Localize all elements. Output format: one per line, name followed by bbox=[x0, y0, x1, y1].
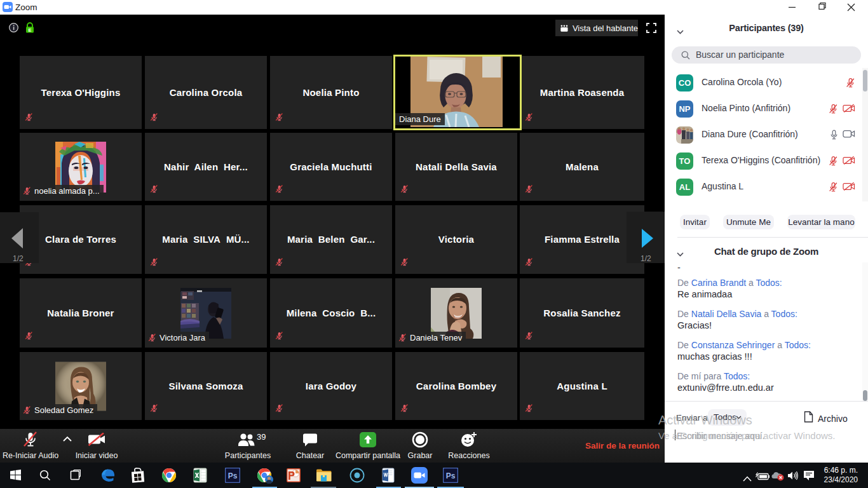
svg-text:Ps: Ps bbox=[446, 471, 456, 480]
svg-text:Ps: Ps bbox=[228, 471, 238, 480]
svg-text:E: E bbox=[28, 27, 31, 33]
